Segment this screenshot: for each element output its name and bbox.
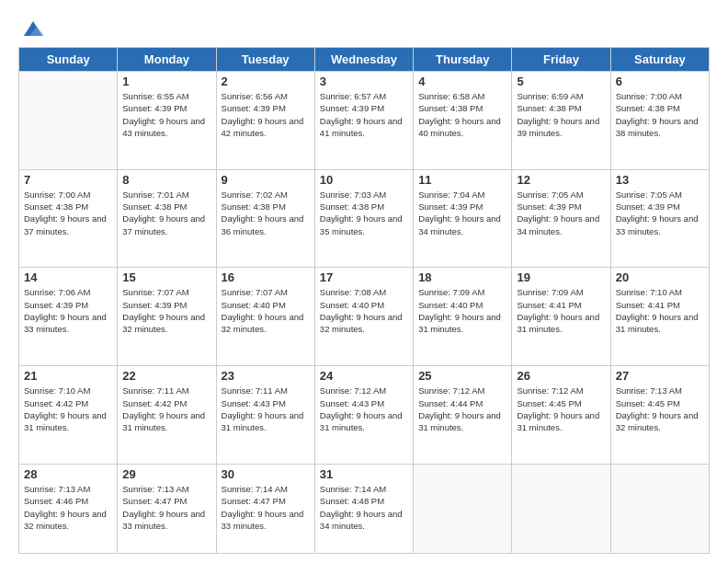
day-number: 29 (122, 467, 210, 481)
calendar-cell: 25Sunrise: 7:12 AMSunset: 4:44 PMDayligh… (414, 366, 512, 465)
calendar-cell: 5Sunrise: 6:59 AMSunset: 4:38 PMDaylight… (512, 72, 610, 170)
day-number: 5 (517, 75, 605, 88)
day-number: 9 (222, 173, 310, 187)
calendar-cell (512, 464, 610, 553)
day-number: 15 (122, 270, 210, 284)
calendar-cell: 9Sunrise: 7:02 AMSunset: 4:38 PMDaylight… (216, 169, 314, 268)
day-info: Sunrise: 6:56 AMSunset: 4:39 PMDaylight:… (222, 90, 310, 139)
day-info: Sunrise: 7:12 AMSunset: 4:45 PMDaylight:… (517, 385, 605, 433)
day-info: Sunrise: 7:13 AMSunset: 4:45 PMDaylight:… (616, 385, 704, 433)
calendar-cell: 2Sunrise: 6:56 AMSunset: 4:39 PMDaylight… (216, 72, 314, 170)
day-info: Sunrise: 7:03 AMSunset: 4:38 PMDaylight:… (320, 189, 408, 237)
day-info: Sunrise: 7:07 AMSunset: 4:39 PMDaylight:… (122, 286, 210, 335)
week-row-0: 1Sunrise: 6:55 AMSunset: 4:39 PMDaylight… (19, 72, 710, 170)
day-info: Sunrise: 7:14 AMSunset: 4:47 PMDaylight:… (222, 483, 310, 532)
day-info: Sunrise: 6:59 AMSunset: 4:38 PMDaylight:… (517, 90, 605, 139)
day-info: Sunrise: 7:06 AMSunset: 4:39 PMDaylight:… (24, 286, 112, 335)
calendar-cell: 21Sunrise: 7:10 AMSunset: 4:42 PMDayligh… (19, 366, 118, 465)
calendar-cell: 29Sunrise: 7:13 AMSunset: 4:47 PMDayligh… (118, 464, 216, 553)
calendar-cell (610, 464, 709, 553)
day-number: 12 (517, 173, 605, 187)
day-info: Sunrise: 6:57 AMSunset: 4:39 PMDaylight:… (320, 90, 408, 139)
calendar-cell: 22Sunrise: 7:11 AMSunset: 4:42 PMDayligh… (118, 366, 216, 465)
calendar-cell: 10Sunrise: 7:03 AMSunset: 4:38 PMDayligh… (314, 169, 413, 268)
calendar-cell: 6Sunrise: 7:00 AMSunset: 4:38 PMDaylight… (610, 72, 709, 170)
day-number: 10 (320, 173, 408, 187)
day-info: Sunrise: 7:09 AMSunset: 4:40 PMDaylight:… (418, 286, 506, 335)
calendar-cell: 31Sunrise: 7:14 AMSunset: 4:48 PMDayligh… (314, 464, 413, 553)
day-number: 8 (122, 173, 210, 187)
day-number: 26 (517, 369, 605, 383)
day-number: 30 (222, 467, 310, 481)
weekday-header-tuesday: Tuesday (216, 48, 314, 72)
calendar-cell (414, 464, 512, 553)
weekday-header-thursday: Thursday (414, 48, 512, 72)
day-info: Sunrise: 7:08 AMSunset: 4:40 PMDaylight:… (320, 286, 408, 335)
page: SundayMondayTuesdayWednesdayThursdayFrid… (0, 0, 728, 563)
day-info: Sunrise: 7:10 AMSunset: 4:41 PMDaylight:… (616, 286, 704, 335)
calendar-cell: 18Sunrise: 7:09 AMSunset: 4:40 PMDayligh… (414, 268, 512, 366)
day-number: 17 (320, 270, 408, 284)
day-number: 4 (418, 75, 506, 88)
calendar-cell: 13Sunrise: 7:05 AMSunset: 4:39 PMDayligh… (610, 169, 709, 268)
calendar-cell: 7Sunrise: 7:00 AMSunset: 4:38 PMDaylight… (19, 169, 118, 268)
weekday-header-wednesday: Wednesday (314, 48, 413, 72)
calendar-cell: 8Sunrise: 7:01 AMSunset: 4:38 PMDaylight… (118, 169, 216, 268)
weekday-header-monday: Monday (118, 48, 216, 72)
day-number: 7 (24, 173, 112, 187)
day-info: Sunrise: 7:05 AMSunset: 4:39 PMDaylight:… (517, 189, 605, 237)
day-info: Sunrise: 7:11 AMSunset: 4:42 PMDaylight:… (122, 385, 210, 433)
day-number: 28 (24, 467, 112, 481)
day-info: Sunrise: 7:05 AMSunset: 4:39 PMDaylight:… (616, 189, 704, 237)
day-number: 6 (616, 75, 704, 88)
day-number: 1 (122, 75, 210, 88)
day-number: 21 (24, 369, 112, 383)
day-number: 27 (616, 369, 704, 383)
calendar-cell: 4Sunrise: 6:58 AMSunset: 4:38 PMDaylight… (414, 72, 512, 170)
calendar-cell: 24Sunrise: 7:12 AMSunset: 4:43 PMDayligh… (314, 366, 413, 465)
calendar-cell: 27Sunrise: 7:13 AMSunset: 4:45 PMDayligh… (610, 366, 709, 465)
day-number: 31 (320, 467, 408, 481)
calendar-table: SundayMondayTuesdayWednesdayThursdayFrid… (18, 47, 710, 554)
calendar-cell (19, 72, 118, 170)
calendar-cell: 28Sunrise: 7:13 AMSunset: 4:46 PMDayligh… (19, 464, 118, 553)
weekday-header-saturday: Saturday (610, 48, 709, 72)
calendar-cell: 19Sunrise: 7:09 AMSunset: 4:41 PMDayligh… (512, 268, 610, 366)
calendar-cell: 23Sunrise: 7:11 AMSunset: 4:43 PMDayligh… (216, 366, 314, 465)
day-info: Sunrise: 7:00 AMSunset: 4:38 PMDaylight:… (24, 189, 112, 237)
day-info: Sunrise: 7:10 AMSunset: 4:42 PMDaylight:… (24, 385, 112, 433)
day-info: Sunrise: 7:01 AMSunset: 4:38 PMDaylight:… (122, 189, 210, 237)
day-number: 3 (320, 75, 408, 88)
day-number: 19 (517, 270, 605, 284)
calendar-cell: 26Sunrise: 7:12 AMSunset: 4:45 PMDayligh… (512, 366, 610, 465)
day-number: 11 (418, 173, 506, 187)
weekday-header-row: SundayMondayTuesdayWednesdayThursdayFrid… (19, 48, 710, 72)
calendar-cell: 30Sunrise: 7:14 AMSunset: 4:47 PMDayligh… (216, 464, 314, 553)
week-row-1: 7Sunrise: 7:00 AMSunset: 4:38 PMDaylight… (19, 169, 710, 268)
weekday-header-sunday: Sunday (19, 48, 118, 72)
calendar-cell: 17Sunrise: 7:08 AMSunset: 4:40 PMDayligh… (314, 268, 413, 366)
logo-icon (20, 14, 46, 40)
day-number: 25 (418, 369, 506, 383)
week-row-4: 28Sunrise: 7:13 AMSunset: 4:46 PMDayligh… (19, 464, 710, 553)
day-number: 14 (24, 270, 112, 284)
week-row-3: 21Sunrise: 7:10 AMSunset: 4:42 PMDayligh… (19, 366, 710, 465)
calendar-cell: 14Sunrise: 7:06 AMSunset: 4:39 PMDayligh… (19, 268, 118, 366)
day-number: 20 (616, 270, 704, 284)
day-info: Sunrise: 7:14 AMSunset: 4:48 PMDaylight:… (320, 483, 408, 532)
day-info: Sunrise: 7:07 AMSunset: 4:40 PMDaylight:… (222, 286, 310, 335)
day-number: 13 (616, 173, 704, 187)
day-number: 18 (418, 270, 506, 284)
logo (18, 14, 46, 40)
day-info: Sunrise: 7:12 AMSunset: 4:44 PMDaylight:… (418, 385, 506, 433)
calendar-cell: 20Sunrise: 7:10 AMSunset: 4:41 PMDayligh… (610, 268, 709, 366)
day-info: Sunrise: 7:09 AMSunset: 4:41 PMDaylight:… (517, 286, 605, 335)
weekday-header-friday: Friday (512, 48, 610, 72)
calendar-cell: 3Sunrise: 6:57 AMSunset: 4:39 PMDaylight… (314, 72, 413, 170)
calendar-cell: 1Sunrise: 6:55 AMSunset: 4:39 PMDaylight… (118, 72, 216, 170)
calendar-cell: 12Sunrise: 7:05 AMSunset: 4:39 PMDayligh… (512, 169, 610, 268)
day-info: Sunrise: 7:12 AMSunset: 4:43 PMDaylight:… (320, 385, 408, 433)
calendar-cell: 11Sunrise: 7:04 AMSunset: 4:39 PMDayligh… (414, 169, 512, 268)
day-info: Sunrise: 7:11 AMSunset: 4:43 PMDaylight:… (222, 385, 310, 433)
day-info: Sunrise: 7:02 AMSunset: 4:38 PMDaylight:… (222, 189, 310, 237)
